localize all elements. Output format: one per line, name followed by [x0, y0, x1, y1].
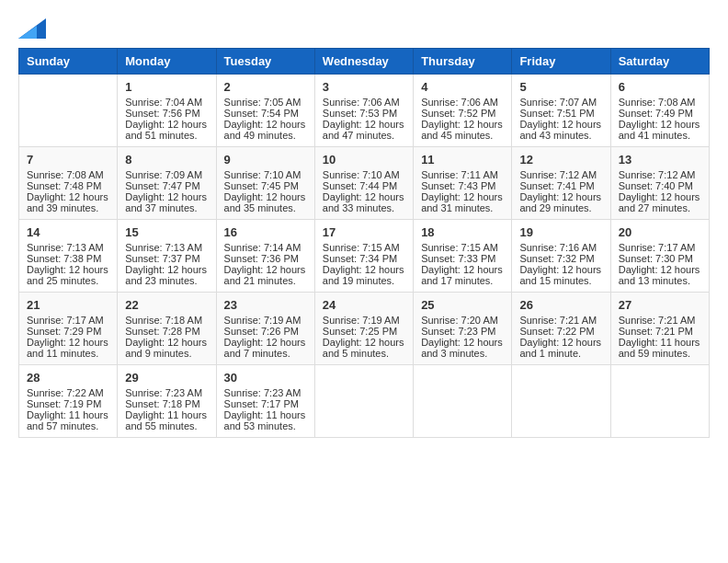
day-number: 29 [125, 371, 208, 385]
sunrise-text: Sunrise: 7:08 AM [27, 169, 109, 180]
sunset-text: Sunset: 7:30 PM [619, 253, 701, 264]
calendar-day-cell [512, 365, 610, 438]
calendar-day-cell: 11Sunrise: 7:11 AMSunset: 7:43 PMDayligh… [414, 147, 512, 220]
calendar-day-cell: 29Sunrise: 7:23 AMSunset: 7:18 PMDayligh… [118, 365, 216, 438]
calendar-day-header: Monday [118, 49, 216, 75]
day-number: 18 [421, 225, 504, 239]
calendar-day-cell: 12Sunrise: 7:12 AMSunset: 7:41 PMDayligh… [512, 147, 610, 220]
calendar-day-cell: 27Sunrise: 7:21 AMSunset: 7:21 PMDayligh… [610, 293, 709, 365]
sunrise-text: Sunrise: 7:06 AM [421, 97, 504, 108]
sunrise-text: Sunrise: 7:19 AM [224, 315, 307, 326]
sunset-text: Sunset: 7:49 PM [619, 108, 701, 119]
sunrise-text: Sunrise: 7:18 AM [125, 315, 208, 326]
calendar-day-cell: 7Sunrise: 7:08 AMSunset: 7:48 PMDaylight… [19, 147, 118, 220]
sunrise-text: Sunrise: 7:08 AM [619, 97, 701, 108]
calendar-day-header: Wednesday [314, 49, 413, 75]
sunset-text: Sunset: 7:38 PM [27, 253, 109, 264]
calendar-day-cell [314, 365, 413, 438]
sunset-text: Sunset: 7:45 PM [224, 180, 307, 191]
sunset-text: Sunset: 7:33 PM [421, 253, 504, 264]
sunrise-text: Sunrise: 7:17 AM [27, 315, 109, 326]
sunset-text: Sunset: 7:40 PM [619, 180, 701, 191]
day-number: 6 [619, 80, 701, 94]
daylight-text: Daylight: 12 hours and 25 minutes. [27, 264, 109, 286]
day-number: 25 [421, 298, 504, 312]
calendar-day-cell: 18Sunrise: 7:15 AMSunset: 7:33 PMDayligh… [414, 220, 512, 293]
calendar-day-cell: 30Sunrise: 7:23 AMSunset: 7:17 PMDayligh… [216, 365, 314, 438]
day-number: 1 [125, 80, 208, 94]
day-number: 3 [323, 80, 405, 94]
daylight-text: Daylight: 12 hours and 3 minutes. [421, 337, 504, 359]
calendar-day-header: Tuesday [216, 49, 314, 75]
calendar-day-cell: 10Sunrise: 7:10 AMSunset: 7:44 PMDayligh… [314, 147, 413, 220]
calendar-header-row: SundayMondayTuesdayWednesdayThursdayFrid… [19, 49, 710, 75]
calendar-day-cell: 8Sunrise: 7:09 AMSunset: 7:47 PMDaylight… [118, 147, 216, 220]
day-number: 5 [519, 80, 602, 94]
daylight-text: Daylight: 12 hours and 9 minutes. [125, 337, 208, 359]
calendar-week-row: 7Sunrise: 7:08 AMSunset: 7:48 PMDaylight… [19, 147, 710, 220]
sunrise-text: Sunrise: 7:15 AM [323, 242, 405, 253]
daylight-text: Daylight: 12 hours and 41 minutes. [619, 119, 701, 141]
sunset-text: Sunset: 7:32 PM [519, 253, 602, 264]
sunset-text: Sunset: 7:19 PM [27, 398, 109, 409]
calendar-day-cell: 1Sunrise: 7:04 AMSunset: 7:56 PMDaylight… [118, 75, 216, 147]
daylight-text: Daylight: 12 hours and 15 minutes. [519, 264, 602, 286]
daylight-text: Daylight: 12 hours and 49 minutes. [224, 119, 307, 141]
sunrise-text: Sunrise: 7:11 AM [421, 169, 504, 180]
day-number: 16 [224, 225, 307, 239]
sunset-text: Sunset: 7:23 PM [421, 326, 504, 337]
day-number: 11 [421, 153, 504, 167]
sunrise-text: Sunrise: 7:17 AM [619, 242, 701, 253]
calendar-day-cell: 20Sunrise: 7:17 AMSunset: 7:30 PMDayligh… [610, 220, 709, 293]
daylight-text: Daylight: 12 hours and 47 minutes. [323, 119, 405, 141]
daylight-text: Daylight: 12 hours and 33 minutes. [323, 191, 405, 213]
daylight-text: Daylight: 11 hours and 55 minutes. [125, 409, 208, 431]
sunset-text: Sunset: 7:41 PM [519, 180, 602, 191]
sunset-text: Sunset: 7:52 PM [421, 108, 504, 119]
logo-icon [18, 18, 46, 39]
sunset-text: Sunset: 7:53 PM [323, 108, 405, 119]
daylight-text: Daylight: 12 hours and 13 minutes. [619, 264, 701, 286]
daylight-text: Daylight: 12 hours and 5 minutes. [323, 337, 405, 359]
sunrise-text: Sunrise: 7:23 AM [224, 387, 307, 398]
day-number: 23 [224, 298, 307, 312]
calendar-day-cell [19, 75, 118, 147]
calendar-week-row: 21Sunrise: 7:17 AMSunset: 7:29 PMDayligh… [19, 293, 710, 365]
sunrise-text: Sunrise: 7:10 AM [224, 169, 307, 180]
calendar-day-cell: 5Sunrise: 7:07 AMSunset: 7:51 PMDaylight… [512, 75, 610, 147]
sunset-text: Sunset: 7:54 PM [224, 108, 307, 119]
calendar-day-cell: 22Sunrise: 7:18 AMSunset: 7:28 PMDayligh… [118, 293, 216, 365]
calendar-day-cell: 2Sunrise: 7:05 AMSunset: 7:54 PMDaylight… [216, 75, 314, 147]
sunrise-text: Sunrise: 7:10 AM [323, 169, 405, 180]
sunset-text: Sunset: 7:22 PM [519, 326, 602, 337]
sunrise-text: Sunrise: 7:07 AM [519, 97, 602, 108]
calendar-day-cell: 26Sunrise: 7:21 AMSunset: 7:22 PMDayligh… [512, 293, 610, 365]
sunrise-text: Sunrise: 7:21 AM [619, 315, 701, 326]
day-number: 12 [519, 153, 602, 167]
calendar-day-cell: 25Sunrise: 7:20 AMSunset: 7:23 PMDayligh… [414, 293, 512, 365]
sunset-text: Sunset: 7:51 PM [519, 108, 602, 119]
calendar-day-cell: 17Sunrise: 7:15 AMSunset: 7:34 PMDayligh… [314, 220, 413, 293]
sunset-text: Sunset: 7:18 PM [125, 398, 208, 409]
day-number: 8 [125, 153, 208, 167]
sunrise-text: Sunrise: 7:15 AM [421, 242, 504, 253]
day-number: 26 [519, 298, 602, 312]
calendar-day-cell: 21Sunrise: 7:17 AMSunset: 7:29 PMDayligh… [19, 293, 118, 365]
day-number: 9 [224, 153, 307, 167]
calendar-week-row: 28Sunrise: 7:22 AMSunset: 7:19 PMDayligh… [19, 365, 710, 438]
calendar-day-cell [414, 365, 512, 438]
day-number: 10 [323, 153, 405, 167]
day-number: 22 [125, 298, 208, 312]
calendar-day-cell: 23Sunrise: 7:19 AMSunset: 7:26 PMDayligh… [216, 293, 314, 365]
daylight-text: Daylight: 12 hours and 45 minutes. [421, 119, 504, 141]
sunrise-text: Sunrise: 7:14 AM [224, 242, 307, 253]
calendar-day-cell: 16Sunrise: 7:14 AMSunset: 7:36 PMDayligh… [216, 220, 314, 293]
sunrise-text: Sunrise: 7:09 AM [125, 169, 208, 180]
daylight-text: Daylight: 12 hours and 51 minutes. [125, 119, 208, 141]
daylight-text: Daylight: 12 hours and 27 minutes. [619, 191, 701, 213]
day-number: 30 [224, 371, 307, 385]
svg-marker-1 [18, 26, 37, 39]
day-number: 21 [27, 298, 109, 312]
sunrise-text: Sunrise: 7:06 AM [323, 97, 405, 108]
calendar-table: SundayMondayTuesdayWednesdayThursdayFrid… [18, 48, 710, 438]
